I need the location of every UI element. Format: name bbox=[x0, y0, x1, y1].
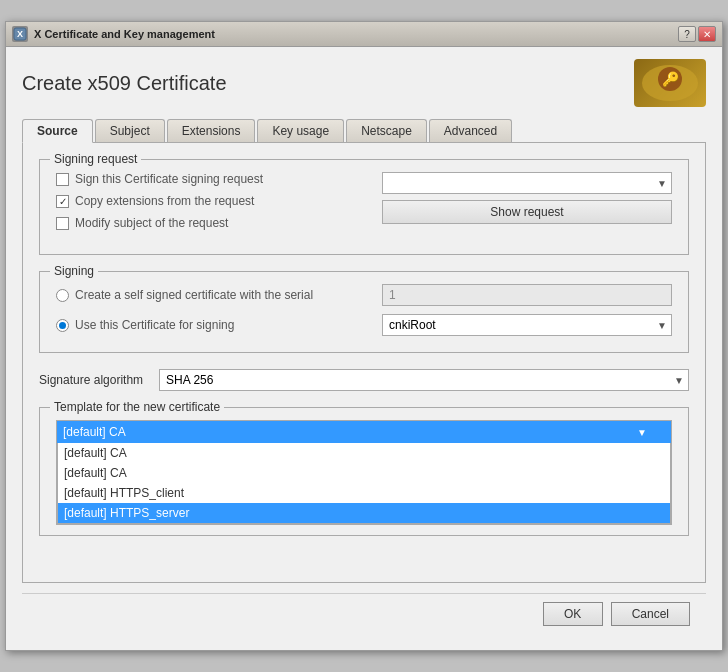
cancel-button[interactable]: Cancel bbox=[611, 602, 690, 626]
radio-row-use-cert: Use this Certificate for signing cnkiRoo… bbox=[56, 314, 672, 336]
template-section-label: Template for the new certificate bbox=[50, 400, 224, 414]
checkbox-row-1: Sign this Certificate signing request bbox=[56, 172, 372, 186]
checkbox-row-3: Modify subject of the request bbox=[56, 216, 372, 230]
app-icon: X bbox=[12, 26, 28, 42]
tab-subject[interactable]: Subject bbox=[95, 119, 165, 142]
page-title-row: Create x509 Certificate 🔑 bbox=[22, 59, 706, 107]
tab-key-usage[interactable]: Key usage bbox=[257, 119, 344, 142]
signing-request-label: Signing request bbox=[50, 152, 141, 166]
template-section: Template for the new certificate [defaul… bbox=[39, 407, 689, 536]
template-selected-value: [default] CA bbox=[63, 425, 126, 439]
radio-use-cert-label: Use this Certificate for signing bbox=[75, 318, 234, 332]
checkbox-copy-extensions[interactable] bbox=[56, 195, 69, 208]
template-dropdown-header[interactable]: [default] CA ▼ bbox=[57, 421, 671, 443]
signing-cert-arrow-icon: ▼ bbox=[657, 320, 667, 331]
tab-advanced[interactable]: Advanced bbox=[429, 119, 512, 142]
content-area: Create x509 Certificate 🔑 Source Subject… bbox=[6, 47, 722, 650]
checkbox-modify-subject-label: Modify subject of the request bbox=[75, 216, 228, 230]
bottom-buttons: OK Cancel bbox=[22, 593, 706, 634]
radio-row-self-signed: Create a self signed certificate with th… bbox=[56, 288, 372, 302]
app-logo: 🔑 bbox=[634, 59, 706, 107]
tab-source[interactable]: Source bbox=[22, 119, 93, 143]
show-request-button[interactable]: Show request bbox=[382, 200, 672, 224]
window-title: X Certificate and Key management bbox=[34, 28, 215, 40]
signature-algorithm-arrow-icon: ▼ bbox=[674, 375, 684, 386]
tab-bar: Source Subject Extensions Key usage Nets… bbox=[22, 119, 706, 143]
radio-self-signed[interactable] bbox=[56, 289, 69, 302]
signature-algorithm-row: Signature algorithm SHA 256 ▼ bbox=[39, 369, 689, 391]
signature-algorithm-value: SHA 256 bbox=[166, 373, 213, 387]
svg-text:🔑: 🔑 bbox=[662, 71, 680, 88]
signature-algorithm-label: Signature algorithm bbox=[39, 373, 143, 387]
signing-cert-dropdown[interactable]: cnkiRoot ▼ bbox=[382, 314, 672, 336]
titlebar-buttons: ? ✕ bbox=[678, 26, 716, 42]
signing-cert-value: cnkiRoot bbox=[389, 318, 436, 332]
template-item-0[interactable]: [default] CA bbox=[58, 443, 670, 463]
checkbox-sign-csr[interactable] bbox=[56, 173, 69, 186]
tab-extensions[interactable]: Extensions bbox=[167, 119, 256, 142]
titlebar-left: X X Certificate and Key management bbox=[12, 26, 215, 42]
radio-self-signed-label: Create a self signed certificate with th… bbox=[75, 288, 313, 302]
radio-use-cert[interactable] bbox=[56, 319, 69, 332]
tab-content-source: Signing request Sign this Certificate si… bbox=[22, 143, 706, 583]
svg-text:X: X bbox=[17, 29, 23, 39]
signing-request-section: Signing request Sign this Certificate si… bbox=[39, 159, 689, 255]
help-button[interactable]: ? bbox=[678, 26, 696, 42]
signing-section-label: Signing bbox=[50, 264, 98, 278]
titlebar: X X Certificate and Key management ? ✕ bbox=[6, 22, 722, 47]
csr-dropdown-arrow-icon: ▼ bbox=[657, 178, 667, 189]
checkbox-sign-csr-label: Sign this Certificate signing request bbox=[75, 172, 263, 186]
main-window: X X Certificate and Key management ? ✕ C… bbox=[5, 21, 723, 651]
template-list: [default] CA [default] CA [default] HTTP… bbox=[57, 443, 671, 524]
checkbox-copy-extensions-label: Copy extensions from the request bbox=[75, 194, 254, 208]
signature-algorithm-dropdown[interactable]: SHA 256 ▼ bbox=[159, 369, 689, 391]
template-item-3[interactable]: [default] HTTPS_server bbox=[58, 503, 670, 523]
template-dropdown[interactable]: [default] CA ▼ [default] CA [default] CA… bbox=[56, 420, 672, 525]
csr-dropdown[interactable]: ▼ bbox=[382, 172, 672, 194]
template-item-1[interactable]: [default] CA bbox=[58, 463, 670, 483]
serial-input[interactable]: 1 bbox=[382, 284, 672, 306]
page-title: Create x509 Certificate bbox=[22, 72, 227, 95]
checkbox-row-2: Copy extensions from the request bbox=[56, 194, 372, 208]
signing-request-checkboxes: Sign this Certificate signing request Co… bbox=[56, 172, 372, 238]
tab-netscape[interactable]: Netscape bbox=[346, 119, 427, 142]
template-item-2[interactable]: [default] HTTPS_client bbox=[58, 483, 670, 503]
checkbox-modify-subject[interactable] bbox=[56, 217, 69, 230]
signing-section: Signing Create a self signed certificate… bbox=[39, 271, 689, 353]
template-dropdown-arrow-icon: ▼ bbox=[637, 427, 647, 438]
close-button[interactable]: ✕ bbox=[698, 26, 716, 42]
signing-request-right-controls: ▼ Show request bbox=[382, 172, 672, 224]
ok-button[interactable]: OK bbox=[543, 602, 603, 626]
